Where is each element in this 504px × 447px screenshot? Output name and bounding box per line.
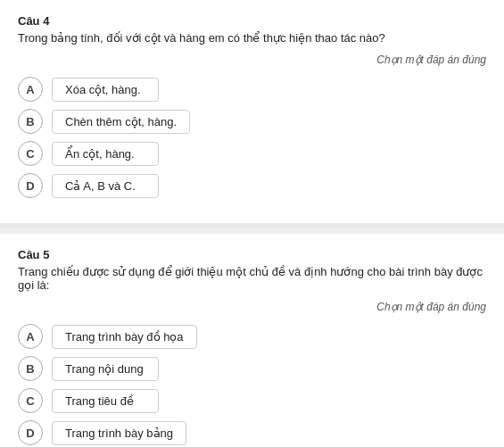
q4-question: Trong bảng tính, đối với cột và hàng em …: [18, 31, 486, 45]
q4-option-b-text[interactable]: Chèn thêm cột, hàng.: [52, 110, 190, 134]
q4-option-a-text[interactable]: Xóa cột, hàng.: [52, 78, 159, 102]
q5-choose-label: Chọn một đáp án đúng: [18, 301, 486, 313]
q4-option-a-letter: A: [18, 77, 43, 102]
q4-option-d-text[interactable]: Cả A, B và C.: [52, 174, 159, 198]
q5-question: Trang chiếu được sử dụng để giới thiệu m…: [18, 265, 486, 292]
question-5-section: Câu 5 Trang chiếu được sử dụng để giới t…: [0, 234, 504, 447]
q5-option-c[interactable]: C Trang tiêu đề: [18, 388, 486, 413]
q4-option-a[interactable]: A Xóa cột, hàng.: [18, 77, 486, 102]
q5-option-a-letter: A: [18, 324, 43, 349]
q5-option-b-text[interactable]: Trang nội dung: [52, 357, 159, 381]
q5-option-c-text[interactable]: Trang tiêu đề: [52, 389, 159, 413]
q5-option-c-letter: C: [18, 388, 43, 413]
q4-option-b[interactable]: B Chèn thêm cột, hàng.: [18, 109, 486, 134]
q5-title: Câu 5: [18, 248, 486, 261]
q5-option-a[interactable]: A Trang trình bày đồ họa: [18, 324, 486, 349]
q4-choose-label: Chọn một đáp án đúng: [18, 54, 486, 66]
q4-title: Câu 4: [18, 14, 486, 28]
q5-option-b[interactable]: B Trang nội dung: [18, 356, 486, 381]
q4-option-d[interactable]: D Cả A, B và C.: [18, 173, 486, 198]
q4-option-c-text[interactable]: Ẩn cột, hàng.: [52, 142, 159, 166]
q4-option-c-letter: C: [18, 141, 43, 166]
q5-option-d[interactable]: D Trang trình bày bảng: [18, 420, 486, 445]
q4-option-d-letter: D: [18, 173, 43, 198]
q4-option-b-letter: B: [18, 109, 43, 134]
q5-option-b-letter: B: [18, 356, 43, 381]
q5-option-a-text[interactable]: Trang trình bày đồ họa: [52, 325, 197, 349]
q5-option-d-letter: D: [18, 420, 43, 445]
question-4-section: Câu 4 Trong bảng tính, đối với cột và hà…: [0, 0, 504, 228]
q4-option-c[interactable]: C Ẩn cột, hàng.: [18, 141, 486, 166]
q5-option-d-text[interactable]: Trang trình bày bảng: [52, 421, 186, 445]
